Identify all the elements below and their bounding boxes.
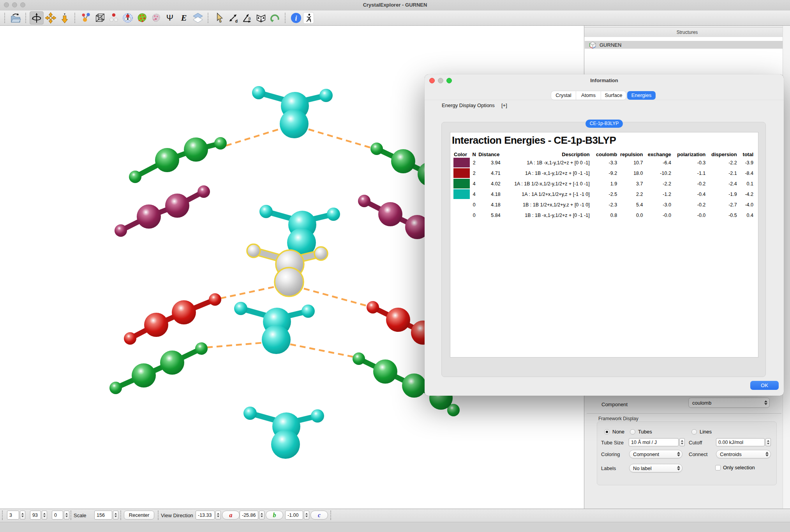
- spin-stepper-1[interactable]: [20, 511, 25, 520]
- energy-row-3[interactable]: 44.021A : 1B 1/2-x,1/2-y,1/2+z + [-1 0 -…: [452, 178, 753, 189]
- scale-tool-button[interactable]: [58, 11, 72, 25]
- molecule-tetra-teal-12[interactable]: [243, 407, 324, 459]
- molecule-chain-green-10[interactable]: [109, 342, 208, 394]
- surface-property-button[interactable]: [149, 11, 163, 25]
- scale-stepper[interactable]: [113, 511, 118, 520]
- undo-icon: [269, 12, 281, 24]
- measure-dihedral-button[interactable]: φ: [254, 11, 268, 25]
- tube-size-field[interactable]: 10 Å mol / J: [629, 438, 679, 446]
- molecule-chain-maroon-3[interactable]: [115, 185, 210, 237]
- energy-row-5[interactable]: 04.181B : 1B 1/2+x,1/2+y,z + [0 -1 0]-2.…: [452, 199, 753, 210]
- spin-stepper-3[interactable]: [64, 511, 69, 520]
- info-icon: i: [290, 12, 302, 24]
- surface-green-button[interactable]: [135, 11, 149, 25]
- radio-tubes-icon: [630, 429, 635, 435]
- model-toggle-button[interactable]: CE-1p-B3LYP: [585, 120, 623, 128]
- measure-distance-button[interactable]: d: [226, 11, 240, 25]
- svg-text:θ: θ: [249, 17, 251, 21]
- cursor-icon: [213, 12, 224, 24]
- radio-none[interactable]: None: [604, 429, 624, 435]
- axis-c-button[interactable]: c: [310, 511, 328, 520]
- unit-cell-button[interactable]: [93, 11, 107, 25]
- component-dropdown[interactable]: coulomb: [688, 398, 770, 408]
- toolbar-separator: [74, 13, 76, 23]
- tab-energies[interactable]: Energies: [627, 91, 656, 100]
- framework-display-label: Framework Display: [598, 416, 638, 421]
- structure-item-gurnen[interactable]: GURNEN: [585, 41, 790, 49]
- tube-size-label: Tube Size: [601, 440, 624, 446]
- run-external-button[interactable]: [303, 12, 314, 24]
- labels-dropdown[interactable]: No label: [629, 464, 682, 472]
- statusbar-drag-handle[interactable]: [2, 511, 3, 520]
- energy-row-2[interactable]: 24.711A : 1B -x,1-y,1/2+z + [0 -1 -1]-9.…: [452, 168, 753, 178]
- toggle-atoms-button[interactable]: [79, 11, 93, 25]
- coloring-dropdown[interactable]: Component: [629, 450, 682, 458]
- select-tool-button[interactable]: [212, 11, 226, 25]
- undo-button[interactable]: [268, 11, 282, 25]
- svg-text:d: d: [235, 19, 238, 23]
- energy-frameworks-button[interactable]: E: [177, 11, 191, 25]
- run-person-icon: [304, 13, 313, 23]
- open-folder-icon: [10, 12, 21, 23]
- view-a-stepper[interactable]: [215, 511, 221, 520]
- ok-button[interactable]: OK: [750, 381, 779, 390]
- axis-b-button[interactable]: b: [266, 511, 283, 520]
- molecule-chain-red-7[interactable]: [124, 293, 221, 345]
- energy-icon: E: [181, 14, 187, 22]
- energy-row-4[interactable]: 44.181A : 1A 1/2+x,1/2+y,z + [-1 -1 0]-2…: [452, 189, 753, 199]
- radio-tubes[interactable]: Tubes: [630, 429, 652, 435]
- cluster-button[interactable]: [107, 11, 121, 25]
- color-swatch: [453, 189, 470, 199]
- col-total: total: [737, 150, 753, 157]
- molecule-tetra-gray-6[interactable]: [247, 244, 328, 296]
- tab-crystal[interactable]: Crystal: [551, 91, 576, 100]
- spin-field-2[interactable]: 93: [30, 511, 41, 520]
- scale-label: Scale: [74, 513, 86, 518]
- spin-field-1[interactable]: 3: [7, 511, 19, 520]
- statusbar-separator: [158, 511, 159, 520]
- energy-row-1[interactable]: 23.941A : 1B -x,1-y,1/2+z + [0 0 -1]-3.3…: [452, 157, 753, 168]
- molecule-tetra-teal-5[interactable]: [259, 205, 340, 257]
- view-c-stepper[interactable]: [304, 511, 309, 520]
- rotate-tool-button[interactable]: [30, 11, 44, 25]
- unit-cell-icon: [94, 12, 106, 24]
- translate-tool-button[interactable]: [44, 11, 58, 25]
- tab-surface[interactable]: Surface: [601, 91, 626, 100]
- cutoff-label: Cutoff: [689, 440, 702, 446]
- tube-size-stepper[interactable]: [679, 438, 685, 446]
- main-toolbar: Ψ E d θ φ: [0, 11, 790, 26]
- toolbar-drag-handle[interactable]: [4, 13, 6, 23]
- energy-row-6[interactable]: 05.841B : 1B -x,1-y,1/2+z + [0 -1 -1]0.8…: [452, 210, 753, 220]
- only-selection-checkbox[interactable]: Only selection: [715, 465, 755, 470]
- view-a-field[interactable]: -13.33: [196, 511, 215, 520]
- view-c-field[interactable]: -1.00: [285, 511, 303, 520]
- spin-field-3[interactable]: 0: [52, 511, 63, 520]
- info-button[interactable]: i: [289, 11, 303, 25]
- measure-angle-button[interactable]: θ: [240, 11, 254, 25]
- spin-stepper-2[interactable]: [42, 511, 47, 520]
- view-b-stepper[interactable]: [259, 511, 265, 520]
- radio-lines[interactable]: Lines: [691, 429, 712, 435]
- cutoff-stepper[interactable]: [765, 438, 771, 446]
- cutoff-field[interactable]: 0.00 kJ/mol: [716, 438, 765, 446]
- hirshfeld-surface-button[interactable]: [121, 11, 135, 25]
- axis-a-button[interactable]: a: [222, 511, 240, 520]
- tab-atoms[interactable]: Atoms: [576, 91, 601, 100]
- recenter-button[interactable]: Recenter: [124, 511, 154, 520]
- molecule-chain-green-0[interactable]: [129, 137, 227, 183]
- connect-dropdown[interactable]: Centroids: [716, 450, 771, 458]
- view-b-field[interactable]: -25.86: [240, 511, 258, 520]
- framework-display-group: None Tubes Lines Tube Size 10 Å mol / J …: [597, 421, 777, 485]
- color-swatch: [453, 158, 470, 167]
- crystal-planes-button[interactable]: [191, 11, 205, 25]
- scale-field[interactable]: 156: [94, 511, 112, 520]
- energy-display-options-expander[interactable]: [+]: [501, 102, 507, 108]
- molecule-tetra-teal-2[interactable]: [252, 86, 333, 138]
- psi-icon: Ψ: [166, 14, 173, 22]
- structures-list[interactable]: GURNEN: [584, 37, 790, 75]
- wavefunction-button[interactable]: Ψ: [163, 11, 177, 25]
- svg-text:i: i: [295, 14, 297, 22]
- open-file-button[interactable]: [9, 11, 23, 25]
- table-header-row: Color N Distance Description coulomb rep…: [452, 150, 753, 157]
- connect-label: Connect: [689, 451, 707, 457]
